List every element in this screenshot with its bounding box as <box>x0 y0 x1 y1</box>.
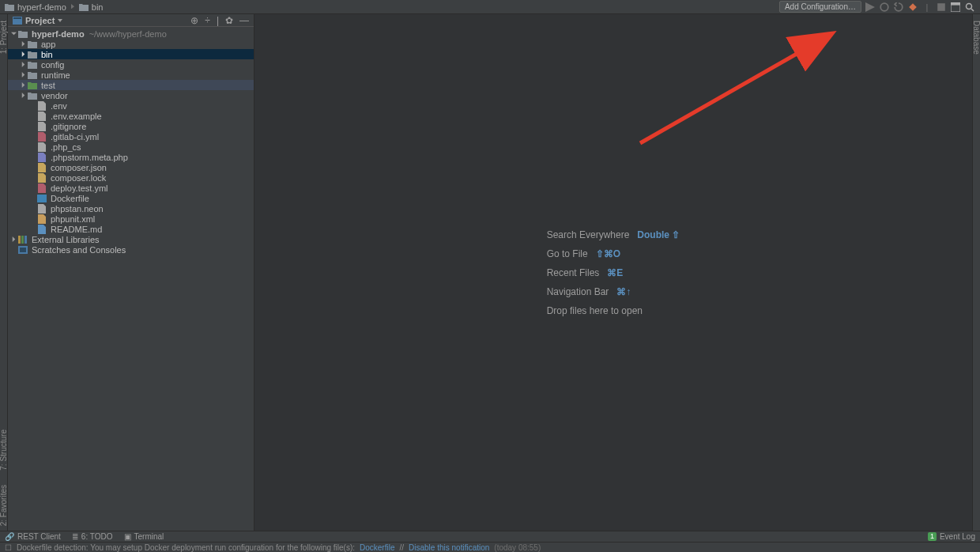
breadcrumb-child-label: bin <box>92 2 104 12</box>
json-icon <box>36 173 47 183</box>
status-icon[interactable]: ☐ <box>5 543 12 552</box>
search-everywhere-icon[interactable] <box>964 2 975 13</box>
add-configuration-button[interactable]: Add Configuration… <box>779 1 861 13</box>
editor-empty-area[interactable]: Search EverywhereDouble ⇧ Go to File⇧⌘O … <box>254 14 972 531</box>
tree-root-label: hyperf-demo <box>32 29 85 39</box>
hint-drop-label: Drop files here to open <box>547 305 643 316</box>
status-time: (today 08:55) <box>494 543 541 552</box>
file-icon <box>36 122 47 131</box>
tree-file-deploy-test[interactable]: deploy.test.yml <box>8 183 254 193</box>
todo-tab[interactable]: ≣6: TODO <box>72 532 113 541</box>
hint-navbar-label: Navigation Bar <box>547 286 609 297</box>
folder-icon <box>79 3 89 11</box>
debug-icon[interactable] <box>879 2 890 13</box>
tree-file-phpunit[interactable]: phpunit.xml <box>8 214 254 224</box>
structure-tab[interactable]: 7: Structure <box>0 425 8 475</box>
tree-file-composer-lock[interactable]: composer.lock <box>8 172 254 183</box>
tree-root-path: ~/www/hyperf-demo <box>89 29 167 39</box>
xml-icon <box>36 214 47 224</box>
tree-file-gitlab-ci[interactable]: .gitlab-ci.yml <box>8 131 254 142</box>
status-link-dockerfile[interactable]: Dockerfile <box>360 543 394 552</box>
database-tab[interactable]: Database <box>972 16 980 59</box>
tree-file-composer-json[interactable]: composer.json <box>8 162 254 172</box>
tree-folder-vendor[interactable]: vendor <box>8 90 254 100</box>
rest-client-tab[interactable]: 🔗REST Client <box>5 532 61 541</box>
chevron-right-icon[interactable] <box>19 41 27 47</box>
yaml-icon <box>36 132 47 142</box>
breadcrumb-child[interactable]: bin <box>79 2 104 12</box>
terminal-icon: ▣ <box>124 532 131 541</box>
event-log-tab[interactable]: 1Event Log <box>928 532 975 541</box>
scratches-icon <box>17 245 28 255</box>
docker-icon <box>36 194 47 203</box>
chevron-right-icon[interactable] <box>19 62 27 67</box>
chevron-right-icon[interactable] <box>19 93 27 98</box>
svg-rect-10 <box>24 236 27 244</box>
hide-icon[interactable]: — <box>239 16 249 25</box>
tree-folder-config[interactable]: config <box>8 59 254 70</box>
chevron-right-icon[interactable] <box>19 82 27 88</box>
tree-file-phpstorm-meta[interactable]: .phpstorm.meta.php <box>8 152 254 162</box>
right-tool-strip: Database <box>972 14 980 531</box>
navigation-bar: hyperf-demo bin Add Configuration… | <box>0 0 980 14</box>
folder-icon <box>27 50 38 59</box>
locate-icon[interactable]: ⊕ <box>190 16 198 25</box>
svg-point-0 <box>880 3 888 11</box>
svg-rect-1 <box>937 3 945 11</box>
breadcrumb-root-label: hyperf-demo <box>17 2 66 12</box>
todo-icon: ≣ <box>72 532 78 541</box>
terminal-tab[interactable]: ▣Terminal <box>124 532 164 541</box>
svg-rect-3 <box>951 2 960 6</box>
layout-icon[interactable] <box>950 2 961 13</box>
file-icon <box>36 101 47 111</box>
stop-icon[interactable] <box>936 2 947 13</box>
chevron-down-icon[interactable] <box>9 31 17 36</box>
gear-icon[interactable]: ✿ <box>225 16 233 25</box>
chevron-down-icon[interactable] <box>58 18 62 23</box>
json-icon <box>36 163 47 172</box>
svg-line-13 <box>640 35 830 143</box>
folder-icon <box>17 29 28 39</box>
rest-icon: 🔗 <box>5 532 14 541</box>
tree-root[interactable]: hyperf-demo ~/www/hyperf-demo <box>8 28 254 39</box>
chevron-right-icon[interactable] <box>9 236 17 242</box>
markdown-icon <box>36 225 47 234</box>
yaml-icon <box>36 183 47 193</box>
tree-external-libraries[interactable]: External Libraries <box>8 234 254 244</box>
project-header: Project ⊕ ÷ | ✿ — <box>8 14 254 27</box>
chevron-right-icon[interactable] <box>19 72 27 78</box>
tree-file-env[interactable]: .env <box>8 100 254 111</box>
favorites-tab[interactable]: 2: Favorites <box>0 480 8 531</box>
tree-file-env-example[interactable]: .env.example <box>8 111 254 121</box>
tree-folder-bin[interactable]: bin <box>8 49 254 59</box>
hint-search-shortcut: Double ⇧ <box>637 229 680 240</box>
tree-file-phpstan[interactable]: phpstan.neon <box>8 203 254 214</box>
file-icon <box>36 204 47 214</box>
tree-file-dockerfile[interactable]: Dockerfile <box>8 193 254 203</box>
tree-file-php-cs[interactable]: .php_cs <box>8 142 254 152</box>
breadcrumb-separator-icon <box>71 4 74 9</box>
project-tab[interactable]: 1: Project <box>0 16 8 59</box>
svg-rect-9 <box>21 236 24 244</box>
project-header-label[interactable]: Project <box>25 16 55 25</box>
editor-hints: Search EverywhereDouble ⇧ Go to File⇧⌘O … <box>547 229 680 316</box>
chevron-right-icon[interactable] <box>19 51 27 57</box>
project-tool-window: Project ⊕ ÷ | ✿ — hyperf-demo ~/www/hype… <box>8 14 254 531</box>
run-icon[interactable] <box>865 2 876 13</box>
project-view-icon <box>13 17 22 25</box>
tree-scratches[interactable]: Scratches and Consoles <box>8 244 254 255</box>
tree-file-readme[interactable]: README.md <box>8 224 254 234</box>
svg-rect-8 <box>18 236 21 244</box>
rerun-icon[interactable] <box>893 2 904 13</box>
git-icon[interactable] <box>907 2 918 13</box>
tree-folder-test[interactable]: test <box>8 80 254 90</box>
tree-folder-runtime[interactable]: runtime <box>8 70 254 80</box>
svg-rect-12 <box>20 248 26 252</box>
php-icon <box>36 153 47 162</box>
breadcrumb-root[interactable]: hyperf-demo <box>5 2 66 12</box>
tree-folder-app[interactable]: app <box>8 39 254 49</box>
svg-point-4 <box>967 3 972 9</box>
tree-file-gitignore[interactable]: .gitignore <box>8 121 254 131</box>
status-link-disable[interactable]: Disable this notification <box>409 543 489 552</box>
collapse-icon[interactable]: ÷ <box>205 16 210 25</box>
